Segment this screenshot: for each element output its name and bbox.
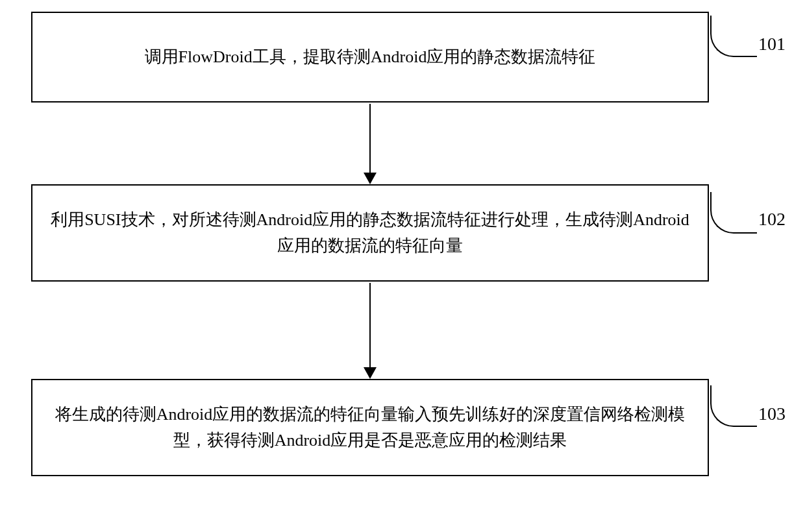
step-text: 调用FlowDroid工具，提取待测Android应用的静态数据流特征: [145, 44, 596, 70]
flowchart-canvas: 调用FlowDroid工具，提取待测Android应用的静态数据流特征 101 …: [0, 0, 805, 532]
callout-hook: [710, 385, 757, 427]
step-text: 利用SUSI技术，对所述待测Android应用的静态数据流特征进行处理，生成待测…: [51, 207, 689, 260]
arrow-shaft: [369, 283, 371, 369]
step-text: 将生成的待测Android应用的数据流的特征向量输入预先训练好的深度置信网络检测…: [51, 402, 689, 454]
step-box-102: 利用SUSI技术，对所述待测Android应用的静态数据流特征进行处理，生成待测…: [31, 184, 709, 282]
step-number-label: 101: [758, 34, 786, 54]
step-box-103: 将生成的待测Android应用的数据流的特征向量输入预先训练好的深度置信网络检测…: [31, 379, 709, 476]
arrow-shaft: [369, 104, 371, 174]
arrow-head-icon: [364, 173, 377, 184]
step-number-label: 102: [758, 209, 786, 230]
callout-hook: [710, 16, 757, 57]
step-box-101: 调用FlowDroid工具，提取待测Android应用的静态数据流特征: [31, 12, 709, 103]
arrow-head-icon: [364, 367, 377, 379]
step-number-label: 103: [758, 404, 786, 424]
callout-hook: [710, 192, 757, 234]
